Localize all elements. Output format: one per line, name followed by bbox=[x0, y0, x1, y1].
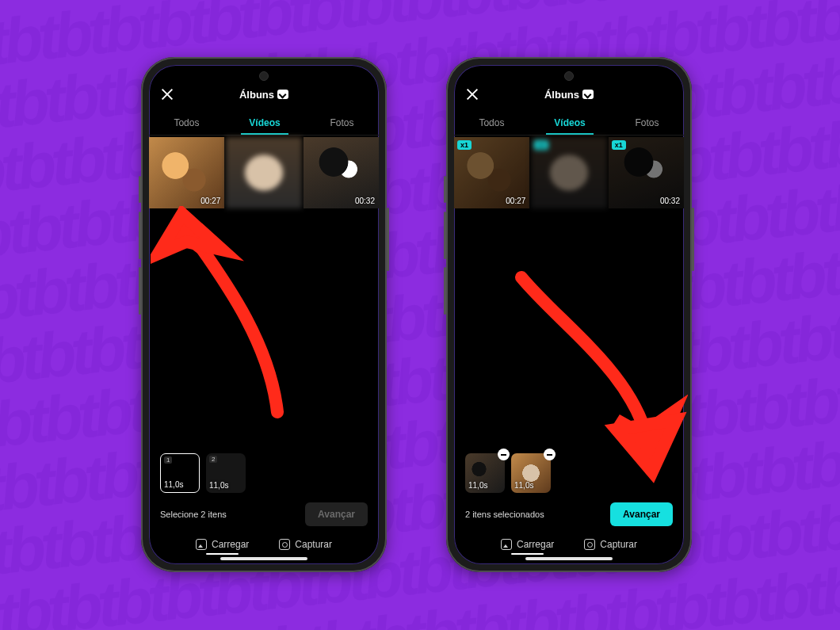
selection-status: 2 itens selecionados bbox=[465, 510, 544, 519]
bottom-tab-capture[interactable]: Capturar bbox=[279, 539, 332, 550]
tab-videos[interactable]: Vídeos bbox=[241, 113, 288, 133]
phone-side-button bbox=[692, 208, 694, 271]
video-thumbnail[interactable]: 00:27 bbox=[149, 137, 224, 208]
bottom-tab-label: Capturar bbox=[600, 539, 637, 550]
app-title: Álbuns bbox=[544, 89, 579, 101]
phone-mock-right: Álbuns Todos Vídeos Fotos x1 00:27 bbox=[446, 57, 692, 572]
selection-tray: 11,0s 11,0s bbox=[454, 453, 684, 498]
chevron-down-icon bbox=[277, 90, 288, 99]
slot-duration: 11,0s bbox=[468, 481, 487, 490]
selection-tray: 1 11,0s 2 11,0s bbox=[149, 453, 379, 498]
advance-button[interactable]: Avançar bbox=[610, 502, 673, 526]
selection-slot[interactable]: 1 11,0s bbox=[160, 453, 200, 493]
status-row: 2 itens selecionados Avançar bbox=[454, 498, 684, 534]
selection-badge: x1 bbox=[457, 140, 472, 150]
app-title: Álbuns bbox=[239, 89, 274, 101]
video-thumbnail[interactable]: x1 00:32 bbox=[609, 137, 684, 208]
video-thumbnail[interactable]: 00:32 bbox=[304, 137, 379, 208]
slot-index: 2 bbox=[209, 456, 217, 463]
slot-duration: 11,0s bbox=[164, 480, 183, 489]
bottom-tab-load[interactable]: Carregar bbox=[196, 539, 249, 550]
video-duration: 00:27 bbox=[506, 197, 525, 205]
media-tabs: Todos Vídeos Fotos bbox=[149, 108, 379, 133]
slot-duration: 11,0s bbox=[514, 481, 533, 490]
albums-dropdown[interactable]: Álbuns bbox=[544, 89, 594, 101]
tutorial-canvas: tbtbtbtbtbtbtbtbtbtbtbtbtbtbtbtbtbtbtbtb… bbox=[0, 0, 840, 630]
slot-index: 1 bbox=[164, 456, 172, 464]
phone-screen: Álbuns Todos Vídeos Fotos 00:27 bbox=[149, 65, 379, 564]
phone-side-button bbox=[139, 176, 141, 203]
remove-icon[interactable] bbox=[544, 449, 556, 460]
video-grid: 00:27 00:32 bbox=[149, 136, 379, 210]
status-row: Selecione 2 itens Avançar bbox=[149, 498, 379, 534]
gallery-icon bbox=[196, 539, 207, 550]
selection-slot[interactable]: 2 11,0s bbox=[206, 453, 246, 493]
video-duration: 00:32 bbox=[355, 197, 375, 205]
app-header: Álbuns bbox=[454, 65, 684, 108]
tab-all[interactable]: Todos bbox=[471, 113, 512, 133]
albums-dropdown[interactable]: Álbuns bbox=[239, 89, 288, 101]
chevron-down-icon bbox=[582, 90, 594, 99]
phone-side-button bbox=[139, 267, 141, 315]
phone-side-button bbox=[444, 212, 446, 259]
tab-photos[interactable]: Fotos bbox=[628, 113, 667, 133]
phone-side-button bbox=[444, 267, 446, 315]
selection-badge: x1 bbox=[612, 140, 626, 150]
phone-side-button bbox=[444, 176, 446, 203]
android-nav-bar[interactable] bbox=[525, 557, 613, 560]
gallery-icon bbox=[501, 539, 512, 550]
camera-icon bbox=[279, 539, 290, 550]
camera-icon bbox=[584, 539, 595, 550]
tab-all[interactable]: Todos bbox=[166, 113, 207, 133]
bottom-tab-label: Carregar bbox=[517, 539, 554, 550]
bottom-tab-load[interactable]: Carregar bbox=[501, 539, 554, 550]
video-duration: 00:27 bbox=[200, 197, 220, 205]
selection-status: Selecione 2 itens bbox=[160, 510, 227, 519]
tab-photos[interactable]: Fotos bbox=[323, 113, 362, 133]
video-thumbnail[interactable] bbox=[226, 137, 301, 208]
bottom-tab-label: Capturar bbox=[295, 539, 332, 550]
video-grid: x1 00:27 x1 x1 00:32 bbox=[454, 136, 684, 210]
video-thumbnail[interactable]: x1 00:27 bbox=[454, 137, 529, 208]
selection-slot[interactable]: 11,0s bbox=[465, 453, 505, 493]
video-thumbnail[interactable]: x1 bbox=[531, 137, 606, 208]
app-header: Álbuns bbox=[149, 65, 379, 108]
slot-duration: 11,0s bbox=[209, 481, 228, 490]
bottom-tab-capture[interactable]: Capturar bbox=[584, 539, 637, 550]
media-tabs: Todos Vídeos Fotos bbox=[454, 108, 684, 133]
phone-side-button bbox=[139, 212, 141, 259]
advance-button[interactable]: Avançar bbox=[305, 502, 368, 526]
android-nav-bar[interactable] bbox=[220, 557, 307, 560]
close-icon[interactable] bbox=[465, 87, 479, 101]
phone-side-button bbox=[387, 208, 389, 271]
selection-badge: x1 bbox=[534, 140, 548, 150]
phone-screen: Álbuns Todos Vídeos Fotos x1 00:27 bbox=[454, 65, 684, 564]
remove-icon[interactable] bbox=[498, 449, 510, 460]
phone-mock-left: Álbuns Todos Vídeos Fotos 00:27 bbox=[141, 57, 387, 572]
selection-slot[interactable]: 11,0s bbox=[511, 453, 551, 493]
close-icon[interactable] bbox=[160, 87, 174, 101]
background-pattern: tbtbtbtbtbtbtbtbtbtbtbtbtbtbtbtbtbtbtbtb… bbox=[0, 0, 840, 630]
tab-videos[interactable]: Vídeos bbox=[546, 113, 593, 133]
bottom-tab-label: Carregar bbox=[212, 539, 249, 550]
video-duration: 00:32 bbox=[660, 197, 680, 205]
